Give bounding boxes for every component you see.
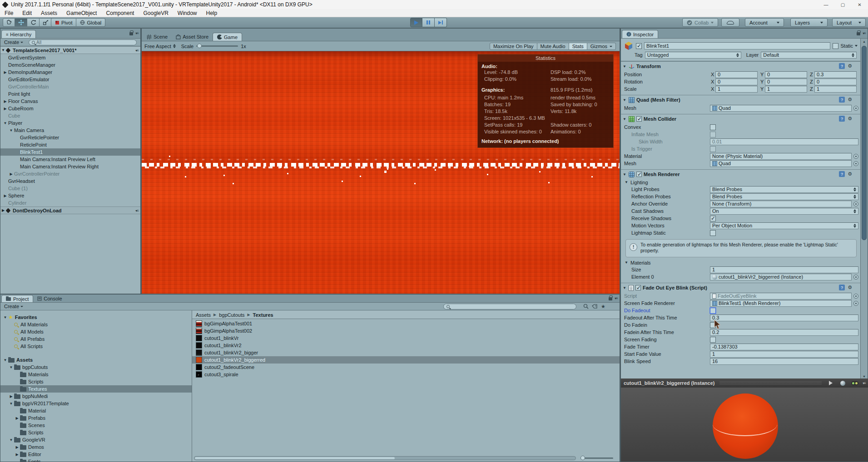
foldout-icon[interactable]: ▼ xyxy=(623,98,627,102)
search-by-type-icon[interactable] xyxy=(583,304,589,309)
search-by-label-icon[interactable] xyxy=(592,304,598,309)
collider-mesh-field[interactable]: Quad xyxy=(710,160,852,167)
assets-root[interactable]: ▼Assets xyxy=(0,356,192,364)
play-button[interactable] xyxy=(410,18,422,27)
menu-help[interactable]: Help xyxy=(202,9,222,17)
is-trigger-checkbox[interactable] xyxy=(710,146,716,152)
folder-item[interactable]: ▶Prefabs xyxy=(0,414,192,422)
file-item[interactable]: bgGimpAlphaTest002 xyxy=(192,327,620,334)
layer-dropdown[interactable]: Default xyxy=(761,52,857,59)
aspect-dropdown[interactable]: Free Aspect xyxy=(142,44,179,49)
game-viewport[interactable]: Statistics Audio: Level: -74.8 dBDSP loa… xyxy=(142,51,620,294)
component-enabled-checkbox[interactable] xyxy=(636,172,642,177)
menu-window[interactable]: Window xyxy=(173,9,202,17)
chevron-down-icon[interactable]: ▼ xyxy=(0,48,6,52)
tree-item[interactable]: Main Camera:Instant Preview Right xyxy=(0,163,140,170)
menu-gameobject[interactable]: GameObject xyxy=(62,9,101,17)
inflate-mesh-checkbox[interactable] xyxy=(710,132,716,138)
gear-icon[interactable]: ⚙ xyxy=(848,116,852,122)
light-probes-dropdown[interactable]: Blend Probes xyxy=(710,186,858,193)
scrollbar-thumb[interactable] xyxy=(195,457,395,459)
help-icon[interactable]: ? xyxy=(839,171,845,177)
step-button[interactable] xyxy=(435,18,447,27)
folder-item[interactable]: Scripts xyxy=(0,378,192,385)
help-icon[interactable]: ? xyxy=(839,116,845,122)
position-y-field[interactable]: 0 xyxy=(765,71,807,78)
rotate-tool-icon[interactable] xyxy=(27,18,40,27)
layers-dropdown[interactable]: Layers xyxy=(790,18,828,27)
hand-tool-icon[interactable] xyxy=(3,18,15,27)
tree-item-selected[interactable]: BlinkTest1 xyxy=(0,148,140,156)
anchor-override-field[interactable]: None (Transform) xyxy=(710,201,852,207)
help-icon[interactable]: ? xyxy=(839,285,845,290)
scale-slider[interactable] xyxy=(196,45,238,47)
tab-scene[interactable]: Scene xyxy=(143,33,172,41)
tag-dropdown[interactable]: Untagged xyxy=(645,52,741,59)
tree-item[interactable]: ReticlePoint xyxy=(0,141,140,148)
screen-fade-renderer-field[interactable]: BlinkTest1 (Mesh Renderer) xyxy=(710,300,852,307)
folder-item[interactable]: ▼GoogleVR xyxy=(0,436,192,443)
object-picker-icon[interactable] xyxy=(853,154,858,159)
tree-item[interactable]: GvrControllerMain xyxy=(0,83,140,90)
scale-slider-knob[interactable] xyxy=(197,44,202,48)
favorite-item[interactable]: All Models xyxy=(0,328,192,335)
folder-item[interactable]: ▶Demos xyxy=(0,443,192,451)
move-tool-icon[interactable] xyxy=(15,18,27,27)
breadcrumb-bgpcutouts[interactable]: bgpCutouts xyxy=(219,312,244,318)
file-item[interactable]: cutout2_fadeoutScene xyxy=(192,364,620,371)
gear-icon[interactable]: ⚙ xyxy=(848,63,852,69)
layout-dropdown[interactable]: Layout xyxy=(832,18,866,27)
motion-vectors-dropdown[interactable]: Per Object Motion xyxy=(710,222,858,229)
static-checkbox[interactable] xyxy=(833,43,838,49)
tree-item[interactable]: ▶CubeRoom xyxy=(0,105,140,112)
tab-inspector[interactable]: i Inspector xyxy=(622,30,658,38)
fade-timer-field[interactable]: -0.1387303 xyxy=(710,344,858,350)
close-button[interactable]: ✕ xyxy=(851,0,868,9)
scrollbar-thumb[interactable] xyxy=(862,46,867,240)
horizontal-scrollbar[interactable] xyxy=(194,456,576,460)
lock-icon[interactable] xyxy=(129,32,133,35)
tree-item[interactable]: Point light xyxy=(0,90,140,98)
foldout-icon[interactable]: ▼ xyxy=(623,64,627,69)
folder-item[interactable]: Scripts xyxy=(0,429,192,436)
inspector-scrollbar[interactable]: ▲ ▼ xyxy=(860,39,868,379)
favorite-item[interactable]: All Prefabs xyxy=(0,335,192,343)
scale-tool-icon[interactable] xyxy=(40,18,52,27)
favorites-star-icon[interactable]: ★ xyxy=(601,304,605,310)
position-x-field[interactable]: 0 xyxy=(715,71,758,78)
file-item[interactable]: cutout1_blinkVr xyxy=(192,334,620,342)
tree-item[interactable]: GvrEditorEmulator xyxy=(0,76,140,83)
tree-item[interactable]: Cube xyxy=(0,112,140,119)
hierarchy-search[interactable] xyxy=(29,39,137,45)
scale-z-field[interactable]: 1 xyxy=(814,86,857,93)
favorite-item[interactable]: All Materials xyxy=(0,321,192,328)
cast-shadows-dropdown[interactable]: On xyxy=(710,208,858,215)
folder-item[interactable]: ▶Editor xyxy=(0,451,192,458)
hierarchy-create-button[interactable]: Create xyxy=(1,39,26,45)
lock-icon[interactable] xyxy=(609,297,612,300)
mute-audio-toggle[interactable]: Mute Audio xyxy=(537,43,569,50)
gizmos-dropdown[interactable]: Gizmos xyxy=(587,43,616,50)
menu-edit[interactable]: Edit xyxy=(18,9,36,17)
foldout-icon[interactable]: ▼ xyxy=(623,172,627,177)
project-search[interactable] xyxy=(443,304,576,310)
lock-icon[interactable] xyxy=(857,32,860,35)
tree-item[interactable]: Main Camera:Instant Preview Left xyxy=(0,156,140,163)
global-toggle[interactable]: Global xyxy=(76,18,105,27)
scene-menu-icon[interactable]: ▾≡ xyxy=(135,49,139,53)
gameobject-name-field[interactable]: BlinkTest1 xyxy=(644,42,830,49)
object-picker-icon[interactable] xyxy=(853,294,858,299)
folder-item[interactable]: Materials xyxy=(0,371,192,378)
breadcrumb-textures[interactable]: Textures xyxy=(253,312,273,318)
panel-menu-icon[interactable]: ▾≡ xyxy=(135,31,139,35)
physic-material-field[interactable]: None (Physic Material) xyxy=(710,153,852,160)
rotation-z-field[interactable]: 0 xyxy=(814,79,857,85)
tree-item[interactable]: GvrReticlePointer xyxy=(0,134,140,141)
folder-item[interactable]: ▶bgpNuMedi xyxy=(0,393,192,400)
menu-googlevr[interactable]: GoogleVR xyxy=(139,9,173,17)
cloud-button[interactable] xyxy=(721,18,739,27)
reflection-probes-dropdown[interactable]: Blend Probes xyxy=(710,193,858,200)
tab-project[interactable]: Project xyxy=(1,295,33,302)
active-checkbox[interactable] xyxy=(636,43,642,49)
preview-menu-icon[interactable]: ▾≡ xyxy=(863,381,866,385)
